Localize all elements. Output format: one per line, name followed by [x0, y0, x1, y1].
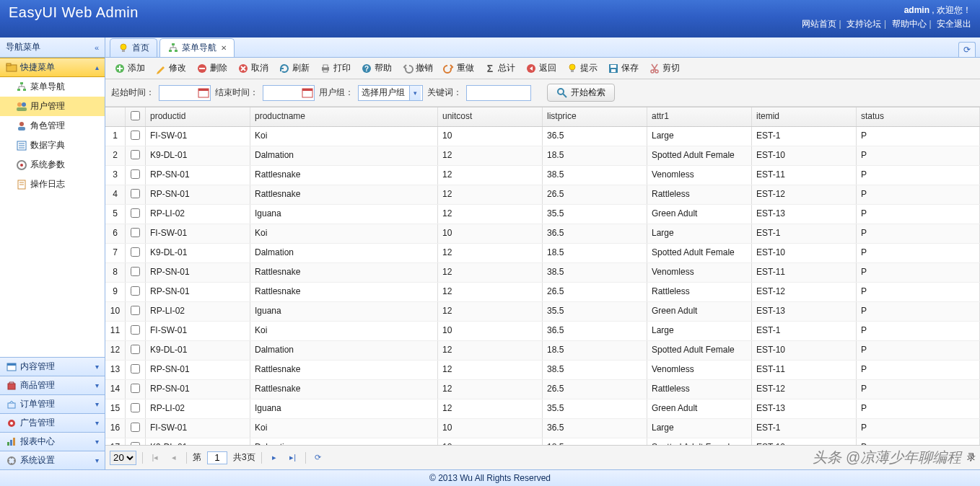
row-checkbox[interactable]	[131, 228, 140, 237]
close-icon[interactable]: ✕	[221, 44, 227, 52]
table-row[interactable]: 2K9-DL-01Dalmation1218.5Spotted Adult Fe…	[105, 146, 980, 166]
cell: P	[857, 283, 980, 301]
link-home[interactable]: 网站首页	[802, 19, 836, 29]
cell: 36.5	[543, 419, 647, 438]
toolbar-undo-button[interactable]: 撤销	[398, 61, 437, 76]
sidebar-item-5[interactable]: 操作日志	[0, 174, 105, 194]
page-input[interactable]	[207, 451, 227, 464]
refresh-button[interactable]: ⟳	[312, 451, 325, 464]
select-all-checkbox[interactable]	[131, 111, 140, 120]
link-forum[interactable]: 支持论坛	[846, 19, 881, 29]
sidebar-item-2[interactable]: 角色管理	[0, 116, 105, 136]
row-checkbox[interactable]	[131, 345, 140, 354]
table-row[interactable]: 10RP-LI-02Iguana1235.5Green AdultEST-13P	[105, 302, 980, 322]
toolbar-edit-button[interactable]: 修改	[151, 61, 191, 76]
tab-menu-nav[interactable]: 菜单导航✕	[159, 38, 235, 57]
user-group-select[interactable]: 选择用户组▾	[358, 85, 423, 101]
collapse-icon[interactable]: «	[95, 43, 99, 52]
sidebar-item-3[interactable]: 数据字典	[0, 136, 105, 155]
table-row[interactable]: 16FI-SW-01Koi1036.5LargeEST-1P	[105, 419, 980, 438]
cell: RP-SN-01	[146, 380, 250, 399]
toolbar-cancel-button[interactable]: 取消	[233, 61, 273, 76]
page-size-select[interactable]: 20	[110, 451, 136, 465]
toolbar-print-button[interactable]: 打印	[315, 61, 355, 76]
svg-rect-38	[323, 65, 328, 68]
keyword-input[interactable]	[466, 85, 531, 101]
table-row[interactable]: 7K9-DL-01Dalmation1218.5Spotted Adult Fe…	[105, 244, 980, 263]
table-row[interactable]: 12K9-DL-01Dalmation1218.5Spotted Adult F…	[105, 341, 980, 361]
link-logout[interactable]: 安全退出	[937, 19, 971, 29]
accordion-header-5[interactable]: 系统设置▾	[0, 451, 105, 469]
toolbar-save-button[interactable]: 保存	[603, 61, 643, 76]
tab-home[interactable]: 首页	[110, 38, 157, 57]
row-number: 7	[105, 244, 126, 262]
row-checkbox[interactable]	[131, 150, 140, 159]
col-productid[interactable]: productid	[146, 107, 250, 126]
row-checkbox[interactable]	[131, 286, 140, 296]
toolbar-redo-button[interactable]: 重做	[439, 61, 478, 76]
table-row[interactable]: 3RP-SN-01Rattlesnake1238.5VenomlessEST-1…	[105, 166, 980, 185]
row-checkbox[interactable]	[131, 364, 140, 374]
table-row[interactable]: 6FI-SW-01Koi1036.5LargeEST-1P	[105, 224, 980, 244]
svg-rect-33	[175, 50, 178, 52]
accordion-header-2[interactable]: 订单管理▾	[0, 394, 105, 413]
cell: P	[857, 205, 980, 224]
col-attr1[interactable]: attr1	[647, 107, 752, 126]
toolbar-add-button[interactable]: 添加	[110, 61, 149, 76]
toolbar-tip-button[interactable]: 提示	[562, 61, 602, 76]
toolbar-reload-button[interactable]: 刷新	[274, 61, 314, 76]
prev-page-button[interactable]: ◂	[167, 451, 180, 464]
table-row[interactable]: 14RP-SN-01Rattlesnake1226.5RattlelessEST…	[105, 380, 980, 399]
last-page-button[interactable]: ▸|	[286, 451, 299, 464]
search-button[interactable]: 开始检索	[547, 84, 615, 102]
next-page-button[interactable]: ▸	[268, 451, 281, 464]
row-checkbox[interactable]	[131, 384, 140, 393]
row-number: 3	[105, 166, 126, 185]
table-row[interactable]: 4RP-SN-01Rattlesnake1226.5RattlelessEST-…	[105, 185, 980, 205]
row-checkbox[interactable]	[131, 169, 140, 179]
sidebar-item-1[interactable]: 用户管理	[0, 97, 105, 116]
row-checkbox[interactable]	[131, 403, 140, 412]
first-page-button[interactable]: |◂	[149, 451, 162, 464]
row-checkbox[interactable]	[131, 189, 140, 198]
table-row[interactable]: 1FI-SW-01Koi1036.5LargeEST-1P	[105, 127, 980, 146]
col-itemid[interactable]: itemid	[752, 107, 857, 126]
row-checkbox[interactable]	[131, 306, 140, 315]
row-checkbox[interactable]	[131, 423, 140, 432]
row-checkbox[interactable]	[131, 267, 140, 276]
toolbar-back-button[interactable]: 返回	[521, 61, 561, 76]
table-row[interactable]: 15RP-LI-02Iguana1235.5Green AdultEST-13P	[105, 399, 980, 419]
accordion-header-0[interactable]: 内容管理▾	[0, 357, 105, 376]
cell: 26.5	[543, 380, 647, 399]
toolbar-remove-button[interactable]: 删除	[192, 61, 232, 76]
accordion-header-quick[interactable]: 快捷菜单 ▴	[0, 58, 105, 77]
calendar-icon[interactable]	[198, 87, 209, 99]
sidebar-item-0[interactable]: 菜单导航	[0, 77, 105, 97]
cell: EST-11	[752, 166, 857, 185]
row-checkbox[interactable]	[131, 325, 140, 335]
col-productname[interactable]: productname	[250, 107, 438, 126]
col-status[interactable]: status	[857, 107, 980, 126]
row-checkbox[interactable]	[131, 247, 140, 257]
toolbar-sum-button[interactable]: Σ总计	[480, 61, 520, 76]
toolbar-cut-button[interactable]: 剪切	[644, 61, 684, 76]
calendar-icon[interactable]	[302, 87, 313, 99]
table-row[interactable]: 11FI-SW-01Koi1036.5LargeEST-1P	[105, 322, 980, 341]
cell: 38.5	[543, 263, 647, 282]
table-row[interactable]: 9RP-SN-01Rattlesnake1226.5RattlelessEST-…	[105, 283, 980, 302]
sidebar-item-4[interactable]: 系统参数	[0, 155, 105, 174]
col-unitcost[interactable]: unitcost	[438, 107, 543, 126]
toolbar-help-button[interactable]: ?帮助	[356, 61, 396, 76]
accordion-header-4[interactable]: 报表中心▾	[0, 432, 105, 451]
row-checkbox[interactable]	[131, 208, 140, 218]
tab-refresh[interactable]: ⟳	[958, 42, 976, 57]
accordion-header-1[interactable]: 商品管理▾	[0, 376, 105, 394]
table-row[interactable]: 8RP-SN-01Rattlesnake1238.5VenomlessEST-1…	[105, 263, 980, 283]
table-row[interactable]: 13RP-SN-01Rattlesnake1238.5VenomlessEST-…	[105, 361, 980, 380]
table-row[interactable]: 5RP-LI-02Iguana1235.5Green AdultEST-13P	[105, 205, 980, 224]
col-listprice[interactable]: listprice	[543, 107, 647, 126]
accordion-header-3[interactable]: 广告管理▾	[0, 413, 105, 432]
table-row[interactable]: 17K9-DL-01Dalmation1218.5Spotted Adult F…	[105, 438, 980, 445]
link-help[interactable]: 帮助中心	[892, 19, 927, 29]
row-checkbox[interactable]	[131, 131, 140, 140]
